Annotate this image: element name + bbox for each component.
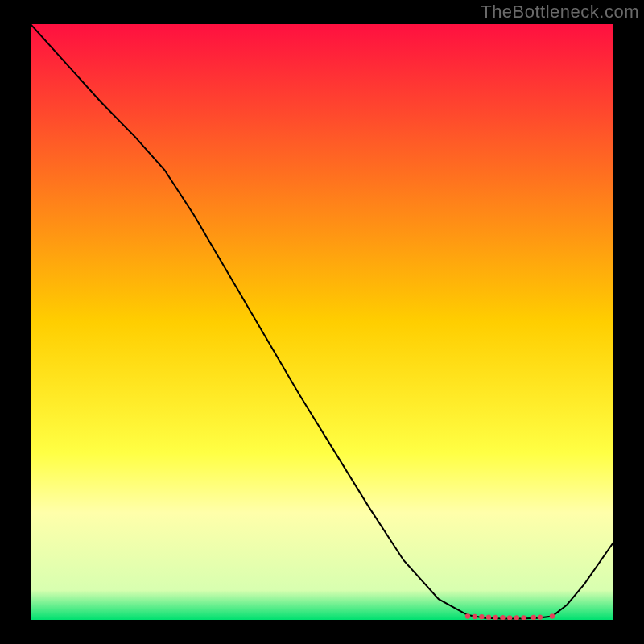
plot-svg bbox=[31, 24, 613, 620]
marker-dot bbox=[472, 614, 477, 619]
marker-dot bbox=[538, 614, 543, 619]
marker-dot bbox=[550, 613, 555, 618]
gradient-background bbox=[31, 24, 613, 620]
marker-dot bbox=[486, 614, 491, 619]
marker-dot bbox=[493, 615, 498, 620]
watermark-text: TheBottleneck.com bbox=[481, 2, 639, 23]
marker-dot bbox=[531, 615, 536, 620]
chart-frame: TheBottleneck.com bbox=[0, 0, 644, 644]
marker-dot bbox=[479, 614, 484, 619]
plot-area bbox=[31, 24, 613, 620]
marker-dot bbox=[465, 613, 470, 618]
